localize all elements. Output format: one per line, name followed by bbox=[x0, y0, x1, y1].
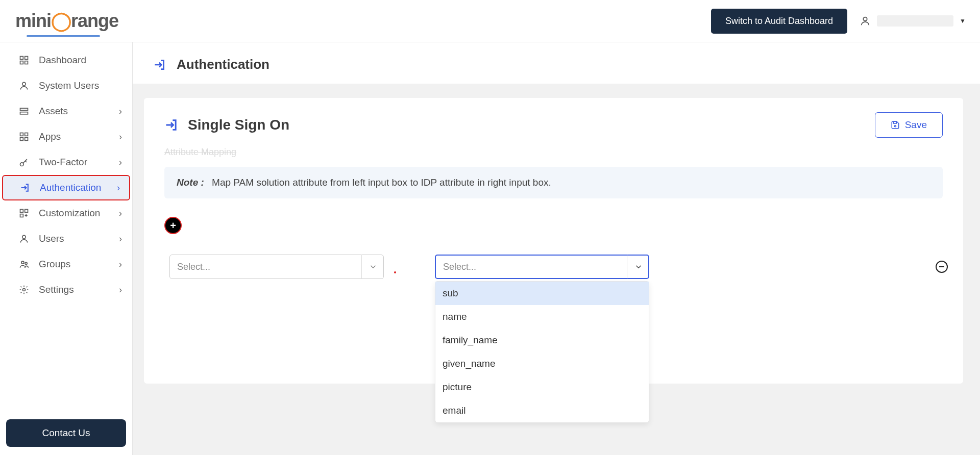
select-placeholder: Select... bbox=[443, 262, 476, 272]
page-header: Authentication bbox=[133, 42, 980, 84]
chevron-right-icon: › bbox=[119, 208, 122, 219]
login-icon bbox=[153, 58, 166, 71]
svg-rect-6 bbox=[20, 108, 28, 110]
svg-rect-4 bbox=[25, 61, 28, 64]
customize-icon bbox=[18, 208, 30, 219]
sidebar-item-label: Customization bbox=[39, 208, 119, 219]
sidebar-item-customization[interactable]: Customization › bbox=[0, 200, 132, 226]
sidebar-item-label: Groups bbox=[39, 259, 119, 270]
svg-point-18 bbox=[25, 262, 27, 264]
assets-icon bbox=[18, 106, 30, 117]
sidebar-item-dashboard[interactable]: Dashboard bbox=[0, 47, 132, 73]
sidebar-item-label: Dashboard bbox=[39, 55, 122, 66]
svg-rect-11 bbox=[25, 138, 28, 141]
idp-attribute-select[interactable]: Select... sub name family_name given_nam… bbox=[435, 255, 649, 279]
user-menu[interactable]: ▼ bbox=[860, 15, 966, 27]
save-button[interactable]: Save bbox=[875, 112, 943, 138]
sidebar-item-users[interactable]: Users › bbox=[0, 226, 132, 251]
sidebar-item-system-users[interactable]: System Users bbox=[0, 73, 132, 98]
gear-icon bbox=[18, 284, 30, 295]
svg-point-12 bbox=[20, 163, 24, 166]
group-icon bbox=[18, 259, 30, 270]
chevron-right-icon: › bbox=[119, 259, 122, 270]
save-icon bbox=[891, 120, 900, 130]
dropdown-option-email[interactable]: email bbox=[435, 399, 649, 422]
panel-title: Single Sign On bbox=[188, 117, 289, 133]
svg-rect-20 bbox=[893, 121, 896, 123]
add-mapping-button[interactable]: + bbox=[164, 217, 182, 234]
svg-rect-14 bbox=[25, 210, 28, 213]
switch-dashboard-button[interactable]: Switch to Audit Dashboard bbox=[711, 9, 847, 34]
sidebar-item-assets[interactable]: Assets › bbox=[0, 98, 132, 124]
dropdown-option-picture[interactable]: picture bbox=[435, 375, 649, 399]
svg-point-0 bbox=[863, 17, 867, 21]
sidebar-item-label: Assets bbox=[39, 106, 119, 117]
svg-rect-10 bbox=[20, 138, 23, 141]
sidebar-item-label: Authentication bbox=[40, 182, 117, 193]
svg-rect-15 bbox=[20, 214, 23, 217]
dropdown-option-given-name[interactable]: given_name bbox=[435, 352, 649, 375]
svg-point-17 bbox=[21, 261, 24, 264]
sidebar-item-label: Settings bbox=[39, 284, 119, 295]
logo: mini◯range bbox=[15, 10, 118, 32]
pam-attribute-select[interactable]: Select... bbox=[169, 255, 384, 279]
select-placeholder: Select... bbox=[177, 262, 210, 272]
svg-point-16 bbox=[22, 235, 26, 239]
contact-us-button[interactable]: Contact Us bbox=[6, 419, 126, 447]
login-icon bbox=[19, 182, 31, 193]
key-icon bbox=[18, 157, 30, 168]
chevron-right-icon: › bbox=[119, 285, 122, 295]
note-text: Map PAM solution attribute from left inp… bbox=[212, 177, 551, 188]
svg-rect-13 bbox=[20, 210, 23, 213]
svg-point-21 bbox=[894, 125, 896, 127]
sidebar-item-apps[interactable]: Apps › bbox=[0, 124, 132, 149]
user-name-placeholder bbox=[877, 15, 953, 27]
chevron-right-icon: › bbox=[119, 234, 122, 244]
dropdown-option-sub[interactable]: sub bbox=[435, 282, 649, 305]
section-label: Attribute Mapping bbox=[144, 144, 963, 158]
person-icon bbox=[18, 80, 30, 91]
sidebar-item-two-factor[interactable]: Two-Factor › bbox=[0, 149, 132, 175]
page-title: Authentication bbox=[177, 57, 270, 72]
user-icon bbox=[18, 233, 30, 244]
svg-rect-1 bbox=[20, 57, 23, 60]
svg-rect-3 bbox=[20, 61, 23, 64]
chevron-down-icon bbox=[361, 255, 384, 279]
sidebar-item-authentication[interactable]: Authentication › bbox=[2, 175, 130, 200]
sidebar-item-groups[interactable]: Groups › bbox=[0, 251, 132, 277]
svg-rect-9 bbox=[25, 133, 28, 136]
dropdown-option-name[interactable]: name bbox=[435, 305, 649, 328]
sidebar-item-label: Two-Factor bbox=[39, 157, 119, 168]
dropdown-option-family-name[interactable]: family_name bbox=[435, 328, 649, 352]
sidebar-item-label: Users bbox=[39, 233, 119, 244]
sidebar-item-label: System Users bbox=[39, 80, 122, 91]
caret-down-icon: ▼ bbox=[960, 17, 966, 24]
login-icon bbox=[164, 118, 179, 132]
sidebar-item-label: Apps bbox=[39, 131, 119, 142]
info-note: Note : Map PAM solution attribute from l… bbox=[164, 167, 943, 198]
grid-icon bbox=[18, 55, 30, 66]
plus-icon: + bbox=[170, 220, 176, 232]
sidebar-item-settings[interactable]: Settings › bbox=[0, 277, 132, 302]
chevron-right-icon: › bbox=[117, 183, 120, 193]
chevron-right-icon: › bbox=[119, 157, 122, 168]
chevron-down-icon bbox=[627, 255, 649, 279]
chevron-right-icon: › bbox=[119, 106, 122, 117]
svg-rect-7 bbox=[20, 112, 28, 114]
apps-icon bbox=[18, 131, 30, 142]
svg-rect-2 bbox=[25, 57, 28, 60]
svg-point-19 bbox=[23, 289, 26, 291]
remove-mapping-button[interactable] bbox=[936, 261, 948, 273]
svg-rect-8 bbox=[20, 133, 23, 136]
idp-attribute-dropdown: sub name family_name given_name picture … bbox=[435, 281, 649, 423]
user-icon bbox=[860, 15, 871, 27]
chevron-right-icon: › bbox=[119, 132, 122, 142]
save-button-label: Save bbox=[905, 119, 927, 131]
note-label: Note : bbox=[177, 177, 204, 188]
svg-point-5 bbox=[22, 82, 26, 86]
